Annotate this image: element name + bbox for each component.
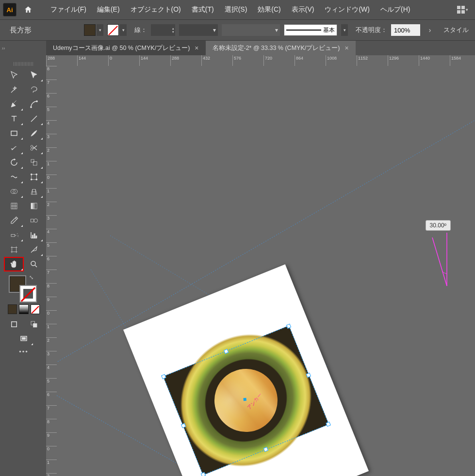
svg-point-12 (31, 174, 32, 175)
ruler-tick: 144 (77, 55, 86, 66)
stroke-color-well[interactable] (19, 285, 37, 302)
slice-tool[interactable] (24, 242, 44, 257)
menu-file[interactable]: ファイル(F) (46, 2, 91, 17)
ruler-tick: 288 (46, 55, 55, 66)
svg-rect-9 (31, 159, 34, 162)
selection-handle[interactable] (326, 422, 331, 427)
variable-width-select[interactable]: ▾ (179, 24, 218, 36)
blend-tool[interactable] (24, 213, 44, 228)
stroke-swatch[interactable]: ▾ (107, 24, 127, 36)
style-label[interactable]: スタイル (443, 26, 469, 34)
menu-object[interactable]: オブジェクト(O) (126, 2, 186, 17)
rotate-tool[interactable] (4, 155, 24, 170)
curvature-tool[interactable] (24, 97, 44, 111)
menu-edit[interactable]: 編集(E) (92, 2, 125, 17)
ruler-tick: 1 (46, 460, 57, 465)
panel-toggle-icon[interactable]: ›› (0, 41, 7, 55)
line-tool[interactable] (24, 111, 44, 126)
opacity-more-icon[interactable]: › (424, 24, 436, 36)
symbol-sprayer-tool[interactable] (4, 228, 24, 242)
ruler-tick: 4 (46, 229, 57, 234)
document-tabs: Udemyコース画像.ai @ 50 % (CMYK/プレビュー) × 名称未設… (46, 41, 475, 55)
artboard-tool[interactable] (4, 242, 24, 257)
swap-colors-icon[interactable]: ⤡ (29, 274, 33, 281)
color-mode-gradient[interactable] (19, 304, 28, 314)
lasso-tool[interactable] (24, 82, 44, 97)
selection-handle[interactable] (201, 472, 206, 476)
svg-rect-19 (31, 203, 37, 209)
brush-profile-select[interactable]: 基本 (284, 24, 337, 36)
svg-point-7 (31, 145, 33, 148)
mesh-tool[interactable] (4, 199, 24, 213)
ruler-tick: 432 (201, 55, 210, 66)
home-icon[interactable] (21, 3, 35, 16)
svg-point-5 (36, 101, 37, 102)
close-icon[interactable]: × (344, 44, 348, 52)
menu-effect[interactable]: 効果(C) (253, 2, 285, 17)
canvas-area[interactable]: アンカー 30.00º (57, 66, 475, 476)
draw-normal-icon[interactable] (4, 317, 24, 332)
svg-point-27 (31, 261, 35, 266)
svg-rect-6 (11, 131, 17, 136)
ruler-tick: 6 (46, 392, 57, 397)
panel-grip-icon[interactable] (14, 62, 34, 66)
width-tool[interactable] (4, 170, 24, 184)
selection-handle[interactable] (286, 324, 291, 329)
selection-tool[interactable] (4, 68, 24, 82)
brush-tool[interactable] (24, 126, 44, 141)
ruler-tick: 9 (46, 432, 57, 438)
close-icon[interactable]: × (195, 44, 198, 52)
free-transform-tool[interactable] (24, 170, 44, 184)
scale-tool[interactable] (24, 155, 44, 170)
rectangle-tool[interactable] (4, 126, 24, 141)
artboard[interactable]: アンカー (123, 264, 369, 476)
svg-rect-3 (461, 10, 465, 14)
brush-select[interactable]: ▾ (222, 24, 280, 36)
menu-select[interactable]: 選択(S) (220, 2, 252, 17)
color-mode-none[interactable] (31, 304, 40, 314)
menu-type[interactable]: 書式(T) (187, 2, 219, 17)
svg-rect-23 (32, 235, 33, 238)
tab-active[interactable]: 名称未設定-2* @ 33.33 % (CMYK/プレビュー) × (206, 41, 356, 55)
svg-rect-22 (11, 235, 15, 237)
ruler-tick: 0 (46, 175, 57, 180)
svg-rect-1 (461, 6, 465, 9)
selection-handle[interactable] (181, 423, 186, 428)
menu-view[interactable]: 表示(V) (287, 2, 319, 17)
ruler-tick: 2 (46, 337, 57, 343)
scissors-tool[interactable] (24, 141, 44, 155)
direct-selection-tool[interactable] (24, 68, 44, 82)
color-mode-solid[interactable] (8, 304, 17, 314)
brush-profile-caret[interactable]: ▾ (341, 24, 348, 36)
opacity-input[interactable]: 100% (391, 24, 420, 36)
app-logo-icon: Ai (3, 3, 16, 16)
magic-wand-tool[interactable] (4, 82, 24, 97)
workspace-switcher-icon[interactable]: ▾ (456, 3, 469, 16)
shape-builder-tool[interactable] (4, 184, 24, 199)
stroke-weight-input[interactable]: ▴▾ (151, 24, 175, 36)
fill-swatch[interactable]: ▾ (84, 24, 103, 36)
graph-tool[interactable] (24, 228, 44, 242)
shaper-tool[interactable] (4, 141, 24, 155)
ruler-tick: 288 (170, 55, 179, 66)
edit-toolbar-icon[interactable]: ••• (4, 346, 44, 357)
gradient-tool[interactable] (24, 199, 44, 213)
perspective-tool[interactable] (24, 184, 44, 199)
eyedropper-tool[interactable] (4, 213, 24, 228)
hand-tool[interactable] (4, 257, 24, 271)
tab-title: 名称未設定-2* @ 33.33 % (CMYK/プレビュー) (213, 44, 340, 52)
menu-help[interactable]: ヘルプ(H) (376, 2, 415, 17)
selection-handle[interactable] (161, 374, 166, 379)
color-wells[interactable]: ⤡ (4, 273, 44, 303)
ruler-tick: 3 (46, 215, 57, 221)
type-tool[interactable] (4, 111, 24, 126)
selection-handle[interactable] (224, 349, 229, 354)
screen-mode-icon[interactable] (14, 332, 34, 346)
pen-tool[interactable] (4, 97, 24, 111)
zoom-tool[interactable] (24, 257, 44, 271)
ruler-tick: 1152 (357, 55, 368, 66)
tab-inactive[interactable]: Udemyコース画像.ai @ 50 % (CMYK/プレビュー) × (46, 41, 206, 55)
menu-window[interactable]: ウィンドウ(W) (320, 2, 375, 17)
draw-behind-icon[interactable] (24, 317, 44, 332)
ruler-tick: 0 (46, 446, 57, 451)
